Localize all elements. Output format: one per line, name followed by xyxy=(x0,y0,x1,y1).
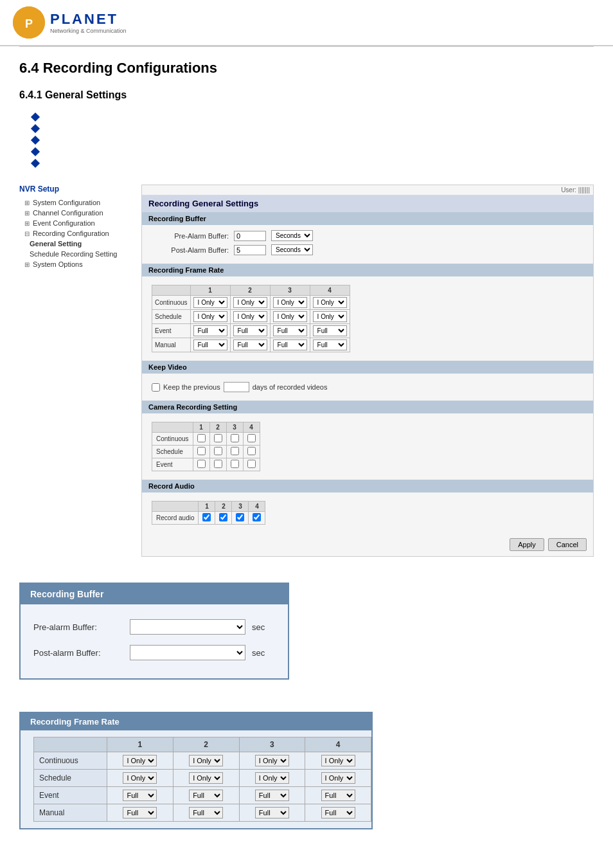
rfr-continuous-4-select[interactable]: I OnlyFull xyxy=(321,755,355,766)
diamond-icon xyxy=(31,136,40,145)
event-4-select[interactable]: FullI Only xyxy=(313,325,347,336)
header: P PLANET Networking & Communication xyxy=(0,0,613,46)
post-alarm-large-select[interactable]: 0 5 10 xyxy=(130,645,245,660)
logo-text: PLANET Networking & Communication xyxy=(50,11,127,34)
sidebar-header: NVR Setup xyxy=(19,185,132,194)
ra-audio-2[interactable] xyxy=(219,513,227,521)
recording-buffer-large-section: Recording Buffer Pre-alarm Buffer: 0 5 1… xyxy=(0,570,613,712)
sidebar-sub-general-setting[interactable]: General Setting xyxy=(19,239,132,249)
ra-audio-4[interactable] xyxy=(253,513,261,521)
rfr-col-4: 4 xyxy=(305,737,371,752)
continuous-3-select[interactable]: I OnlyFull xyxy=(273,297,307,308)
event-1-select[interactable]: FullI Only xyxy=(193,325,227,336)
cr-event-1[interactable] xyxy=(197,460,206,468)
manual-1-select[interactable]: FullI Only xyxy=(193,339,227,350)
rfr-continuous-2-select[interactable]: I OnlyFull xyxy=(189,755,223,766)
cr-row-event: Event xyxy=(152,458,193,471)
user-info: User: ||||||| xyxy=(142,185,593,195)
table-row: Manual FullI Only FullI Only FullI Only … xyxy=(152,338,350,352)
cr-schedule-1[interactable] xyxy=(197,447,206,455)
pre-alarm-large-label: Pre-alarm Buffer: xyxy=(33,622,123,632)
rfr-event-3-select[interactable]: FullI Only xyxy=(255,790,289,801)
schedule-1-select[interactable]: I OnlyFull xyxy=(193,311,227,322)
post-alarm-unit-select[interactable]: Seconds xyxy=(271,244,313,255)
rfr-continuous-1-select[interactable]: I OnlyFull xyxy=(123,755,157,766)
sidebar-item-event-config[interactable]: ⊞ Event Configuration xyxy=(19,218,132,228)
fr-row-schedule: Schedule xyxy=(152,310,191,324)
cr-continuous-2[interactable] xyxy=(214,434,222,442)
diamond-icon xyxy=(31,113,40,122)
pre-alarm-large-unit: sec xyxy=(252,622,265,632)
ra-audio-3[interactable] xyxy=(236,513,244,521)
sidebar-item-recording-config[interactable]: ⊟ Recording Configuration xyxy=(19,228,132,239)
rfr-event-2-select[interactable]: FullI Only xyxy=(189,790,223,801)
schedule-4-select[interactable]: I OnlyFull xyxy=(313,311,347,322)
rfr-row-manual: Manual xyxy=(34,804,107,822)
cr-event-3[interactable] xyxy=(231,460,239,468)
rfr-schedule-4-select[interactable]: I OnlyFull xyxy=(321,772,355,784)
post-alarm-row: Post-Alarm Buffer: Seconds xyxy=(152,244,583,255)
manual-4-select[interactable]: FullI Only xyxy=(313,339,347,350)
recording-frame-rate-section: Recording Frame Rate 1 2 3 4 Continuous … xyxy=(142,264,593,361)
rfr-manual-1-select[interactable]: FullI Only xyxy=(123,807,157,818)
cr-row-schedule: Schedule xyxy=(152,446,193,458)
pre-alarm-label: Pre-Alarm Buffer: xyxy=(152,232,229,240)
main-content: NVR Setup ⊞ System Configuration ⊞ Chann… xyxy=(0,185,613,570)
sidebar-item-system-config[interactable]: ⊞ System Configuration xyxy=(19,197,132,208)
post-alarm-large-label: Post-alarm Buffer: xyxy=(33,648,123,658)
schedule-2-select[interactable]: I OnlyFull xyxy=(233,311,267,322)
sidebar-item-system-options[interactable]: ⊞ System Options xyxy=(19,259,132,269)
rfr-event-1-select[interactable]: FullI Only xyxy=(123,790,157,801)
rfr-event-4-select[interactable]: FullI Only xyxy=(321,790,355,801)
rfr-manual-2-select[interactable]: FullI Only xyxy=(189,807,223,818)
table-row: Schedule xyxy=(152,446,260,458)
cr-event-4[interactable] xyxy=(247,460,256,468)
cr-continuous-1[interactable] xyxy=(197,434,206,442)
rfr-manual-4-select[interactable]: FullI Only xyxy=(321,807,355,818)
ra-row-label: Record audio xyxy=(152,512,199,525)
recording-buffer-section: Recording Buffer Pre-Alarm Buffer: Secon… xyxy=(142,212,593,264)
continuous-4-select[interactable]: I OnlyFull xyxy=(313,297,347,308)
sidebar-item-channel-config[interactable]: ⊞ Channel Configuration xyxy=(19,208,132,218)
cr-event-2[interactable] xyxy=(214,460,222,468)
expand-icon: ⊞ xyxy=(24,261,31,268)
fr-row-manual: Manual xyxy=(152,338,191,352)
rfr-manual-3-select[interactable]: FullI Only xyxy=(255,807,289,818)
camera-recording-section: Camera Recording Setting 1 2 3 4 Continu… xyxy=(142,401,593,480)
frame-rate-table: 1 2 3 4 Continuous I OnlyFull I OnlyFull… xyxy=(152,285,350,352)
rfr-schedule-2-select[interactable]: I OnlyFull xyxy=(189,772,223,784)
schedule-3-select[interactable]: I OnlyFull xyxy=(273,311,307,322)
manual-3-select[interactable]: FullI Only xyxy=(273,339,307,350)
cr-col-3: 3 xyxy=(226,422,243,433)
apply-button[interactable]: Apply xyxy=(510,538,544,551)
ra-audio-1[interactable] xyxy=(202,513,211,521)
rfr-schedule-1-select[interactable]: I OnlyFull xyxy=(123,772,157,784)
table-row: Event FullI Only FullI Only FullI Only F… xyxy=(34,787,371,804)
cr-schedule-2[interactable] xyxy=(214,447,222,455)
continuous-2-select[interactable]: I OnlyFull xyxy=(233,297,267,308)
rfr-continuous-3-select[interactable]: I OnlyFull xyxy=(255,755,289,766)
cr-continuous-4[interactable] xyxy=(247,434,256,442)
cr-schedule-4[interactable] xyxy=(247,447,256,455)
expand-icon: ⊟ xyxy=(24,230,31,237)
event-2-select[interactable]: FullI Only xyxy=(233,325,267,336)
cr-col-2: 2 xyxy=(209,422,226,433)
manual-2-select[interactable]: FullI Only xyxy=(233,339,267,350)
diamond-icon xyxy=(31,159,40,168)
fr-row-event: Event xyxy=(152,324,191,338)
post-alarm-input[interactable] xyxy=(234,245,266,255)
rfr-col-2: 2 xyxy=(173,737,239,752)
event-3-select[interactable]: FullI Only xyxy=(273,325,307,336)
keep-video-checkbox[interactable] xyxy=(152,383,160,392)
pre-alarm-large-select[interactable]: 0 5 10 xyxy=(130,619,245,635)
cancel-button[interactable]: Cancel xyxy=(548,538,587,551)
keep-video-days-input[interactable] xyxy=(224,382,249,392)
pre-alarm-input[interactable] xyxy=(234,231,266,241)
pre-alarm-unit-select[interactable]: Seconds xyxy=(271,230,313,241)
sidebar-sub-schedule-recording[interactable]: Schedule Recording Setting xyxy=(19,249,132,259)
cr-schedule-3[interactable] xyxy=(231,447,239,455)
continuous-1-select[interactable]: I OnlyFull xyxy=(193,297,227,308)
cr-continuous-3[interactable] xyxy=(231,434,239,442)
list-item xyxy=(32,125,581,132)
rfr-schedule-3-select[interactable]: I OnlyFull xyxy=(255,772,289,784)
